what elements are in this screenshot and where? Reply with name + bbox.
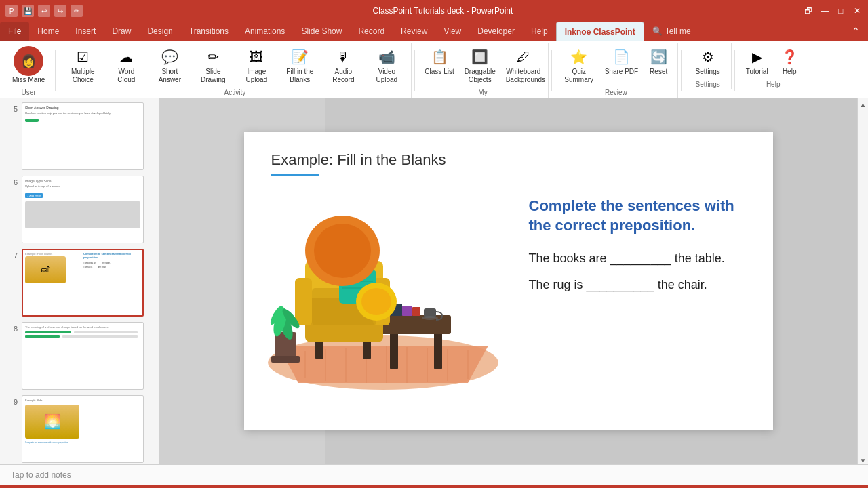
slide-thumbnail-7[interactable]: 7 Example: Fill in Blanks 🛋 Complete the… bbox=[3, 247, 156, 318]
slide-img-5: Short Answer Drawing How has emotion hel… bbox=[22, 102, 144, 170]
slide-canvas[interactable]: Example: Fill in the Blanks bbox=[244, 132, 773, 430]
word-cloud-label: Word Cloud bbox=[108, 68, 144, 84]
svg-rect-23 bbox=[295, 278, 312, 325]
reset-label: Reset bbox=[650, 68, 667, 76]
tab-slideshow[interactable]: Slide Show bbox=[293, 22, 350, 41]
tab-record[interactable]: Record bbox=[350, 22, 393, 41]
tab-search[interactable]: 🔍 Tell me bbox=[644, 22, 699, 41]
separator-3 bbox=[551, 50, 552, 91]
svg-point-18 bbox=[422, 316, 438, 320]
ribbon-tabs: File Home Insert Draw Design Transitions… bbox=[0, 22, 868, 41]
st5-bar bbox=[25, 119, 39, 122]
tutorial-button[interactable]: ▶ Tutorial bbox=[742, 45, 772, 77]
slide-thumbnail-9[interactable]: 9 Example Slide 🌅 Complete the sentences… bbox=[3, 394, 156, 464]
slide-heading: Complete the sentences with the correct … bbox=[529, 197, 746, 235]
ribbon-content: 👩 Miss Marie User ☑ Multiple Choice ☁ Wo… bbox=[0, 41, 868, 98]
tab-insert[interactable]: Insert bbox=[67, 22, 104, 41]
draggable-objects-icon: 🔲 bbox=[469, 46, 491, 68]
my-group-label: My bbox=[422, 87, 543, 96]
tab-animations[interactable]: Animations bbox=[237, 22, 293, 41]
notes-bar[interactable]: Tap to add notes bbox=[0, 464, 868, 485]
st9-img: 🌅 bbox=[25, 405, 79, 439]
st7-sofa-thumb: 🛋 bbox=[25, 256, 66, 283]
whiteboard-bg-button[interactable]: 🖊 Whiteboard Backgrounds bbox=[503, 45, 544, 85]
video-upload-icon: 📹 bbox=[376, 46, 397, 68]
tab-help[interactable]: Help bbox=[523, 22, 556, 41]
class-list-button[interactable]: 📋 Class List bbox=[422, 45, 456, 77]
audio-record-icon: 🎙 bbox=[332, 46, 354, 68]
slide-thumbnail-6[interactable]: 6 Image Type Slide Upload an image of a … bbox=[3, 174, 156, 245]
tab-review[interactable]: Review bbox=[393, 22, 435, 41]
settings-button[interactable]: ⚙ Settings bbox=[693, 45, 723, 77]
fill-blanks-button[interactable]: 📝 Fill in the Blanks bbox=[279, 45, 320, 85]
image-upload-button[interactable]: 🖼 Image Upload bbox=[236, 45, 277, 85]
tab-view[interactable]: View bbox=[435, 22, 469, 41]
slide-sentence-1: The books are _________ the table. bbox=[529, 251, 746, 266]
undo-icon[interactable]: ↩ bbox=[38, 5, 50, 17]
draggable-objects-button[interactable]: 🔲 Draggable Objects bbox=[460, 45, 500, 85]
short-answer-button[interactable]: 💬 Short Answer bbox=[149, 45, 190, 85]
ribbon-collapse-btn[interactable]: ⌃ bbox=[844, 22, 868, 41]
canvas-area: Example: Fill in the Blanks bbox=[159, 98, 857, 464]
st9-title: Example Slide bbox=[25, 399, 140, 402]
tab-draw[interactable]: Draw bbox=[104, 22, 139, 41]
separator-5 bbox=[734, 50, 735, 91]
multiple-choice-button[interactable]: ☑ Multiple Choice bbox=[62, 45, 103, 85]
ribbon-group-review: ⭐ Quiz Summary 📄 Share PDF 🔄 Reset Revie… bbox=[555, 43, 678, 98]
ribbon-group-activity: ☑ Multiple Choice ☁ Word Cloud 💬 Short A… bbox=[58, 43, 412, 98]
st8-title: The meaning of a phrase can change based… bbox=[25, 325, 140, 329]
avatar: 👩 bbox=[14, 46, 43, 76]
slide-body: Complete the sentences with the correct … bbox=[244, 183, 773, 413]
st6-img-placeholder bbox=[25, 201, 140, 228]
tab-home[interactable]: Home bbox=[29, 22, 67, 41]
image-upload-label: Image Upload bbox=[239, 68, 274, 84]
st6-btn-wrap: + Add Here bbox=[25, 189, 140, 199]
customize-icon[interactable]: ✏ bbox=[71, 5, 83, 17]
share-pdf-button[interactable]: 📄 Share PDF bbox=[602, 45, 641, 77]
tab-developer[interactable]: Developer bbox=[469, 22, 523, 41]
slide-num-7: 7 bbox=[4, 249, 18, 260]
redo-icon[interactable]: ↪ bbox=[54, 5, 66, 17]
help-label: Help bbox=[783, 68, 797, 76]
audio-record-button[interactable]: 🎙 Audio Record bbox=[323, 45, 363, 85]
user-profile-button[interactable]: 👩 Miss Marie bbox=[9, 45, 47, 85]
st6-btn: + Add Here bbox=[25, 193, 43, 198]
separator-1 bbox=[55, 50, 56, 91]
save-icon[interactable]: 💾 bbox=[22, 5, 34, 17]
video-upload-button[interactable]: 📹 Video Upload bbox=[366, 45, 407, 85]
quiz-summary-button[interactable]: ⭐ Quiz Summary bbox=[559, 45, 599, 85]
minimize-icon[interactable]: — bbox=[819, 5, 830, 16]
ribbon-group-my: 📋 Class List 🔲 Draggable Objects 🖊 White… bbox=[418, 43, 548, 98]
slide-sentence-2: The rug is __________ the chair. bbox=[529, 278, 746, 292]
tab-inknoe-classpoint[interactable]: Inknoe ClassPoint bbox=[556, 22, 644, 41]
username-label: Miss Marie bbox=[12, 76, 45, 84]
close-icon[interactable]: ✕ bbox=[852, 5, 863, 16]
slide-thumbnail-5[interactable]: 5 Short Answer Drawing How has emotion h… bbox=[3, 101, 156, 171]
maximize-icon[interactable]: □ bbox=[835, 5, 846, 16]
class-list-label: Class List bbox=[425, 68, 454, 76]
help-button[interactable]: ❓ Help bbox=[774, 45, 804, 77]
tab-design[interactable]: Design bbox=[139, 22, 180, 41]
st6-title: Image Type Slide bbox=[25, 179, 140, 183]
restore-down-icon[interactable]: 🗗 bbox=[803, 5, 814, 16]
my-group-items: 📋 Class List 🔲 Draggable Objects 🖊 White… bbox=[422, 45, 543, 85]
word-cloud-button[interactable]: ☁ Word Cloud bbox=[106, 45, 146, 85]
slide-thumbnail-8[interactable]: 8 The meaning of a phrase can change bas… bbox=[3, 321, 156, 391]
slide-drawing-button[interactable]: ✏ Slide Drawing bbox=[193, 45, 233, 85]
user-group-label: User bbox=[9, 87, 47, 96]
svg-rect-16 bbox=[412, 307, 420, 316]
slide-panel[interactable]: 5 Short Answer Drawing How has emotion h… bbox=[0, 98, 159, 464]
scroll-up-btn[interactable]: ▲ bbox=[860, 101, 867, 108]
reset-icon: 🔄 bbox=[648, 46, 669, 68]
slide-title: Example: Fill in the Blanks bbox=[244, 132, 773, 174]
title-bar-left: P 💾 ↩ ↪ ✏ bbox=[5, 5, 83, 17]
reset-button[interactable]: 🔄 Reset bbox=[644, 45, 673, 77]
draggable-objects-label: Draggable Objects bbox=[462, 68, 498, 84]
title-bar: P 💾 ↩ ↪ ✏ ClassPoint Tutorials deck - Po… bbox=[0, 0, 868, 22]
svg-point-32 bbox=[314, 224, 371, 278]
tab-file[interactable]: File bbox=[0, 22, 29, 41]
svg-rect-34 bbox=[271, 356, 300, 363]
scroll-down-btn[interactable]: ▼ bbox=[860, 457, 867, 464]
tab-transitions[interactable]: Transitions bbox=[181, 22, 237, 41]
st7-s2: The rug is ____ the chair. bbox=[83, 266, 140, 268]
